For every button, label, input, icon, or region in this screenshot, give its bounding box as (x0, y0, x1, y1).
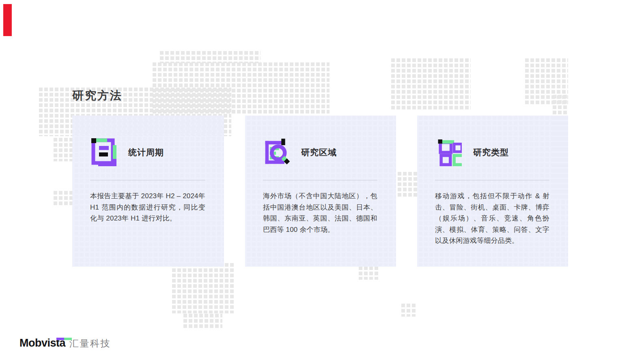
card-statistics-period: 统计周期 本报告主要基于 2023年 H2 – 2024年 H1 范围内的数据进… (72, 116, 224, 267)
card-research-region: 研究区域 海外市场（不含中国大陆地区），包括中国港澳台地区以及美国、日本、韩国、… (245, 116, 396, 267)
card-divider (435, 180, 549, 180)
card-body-text: 海外市场（不含中国大陆地区），包括中国港澳台地区以及美国、日本、韩国、东南亚、英… (263, 191, 377, 235)
card-title: 研究类型 (473, 147, 509, 158)
mobvista-logo-chinese: 汇量科技 (69, 337, 111, 350)
card-title: 研究区域 (301, 147, 337, 158)
card-title: 统计周期 (128, 147, 164, 158)
mobvista-logo-accent-bar (56, 338, 72, 340)
card-divider (263, 180, 377, 180)
mobvista-logo: Mobvista 汇量科技 (19, 337, 111, 350)
category-grid-icon (435, 137, 462, 168)
card-research-type: 研究类型 移动游戏，包括但不限于动作 & 射击、冒险、街机、桌面、卡牌、博弈（娱… (417, 116, 568, 267)
card-header: 研究区域 (263, 137, 377, 168)
card-divider (90, 180, 205, 180)
card-header: 研究类型 (435, 137, 549, 168)
card-header: 统计周期 (90, 137, 205, 168)
card-body-text: 移动游戏，包括但不限于动作 & 射击、冒险、街机、桌面、卡牌、博弈（娱乐场）、音… (435, 191, 549, 246)
document-magnifier-icon (263, 137, 290, 168)
mobvista-logo-wordmark: Mobvista (19, 337, 65, 349)
report-document-icon (90, 137, 117, 168)
card-body-text: 本报告主要基于 2023年 H2 – 2024年 H1 范围内的数据进行研究，同… (90, 191, 205, 224)
page-title: 研究方法 (72, 88, 123, 103)
red-capture-marker (3, 4, 12, 36)
